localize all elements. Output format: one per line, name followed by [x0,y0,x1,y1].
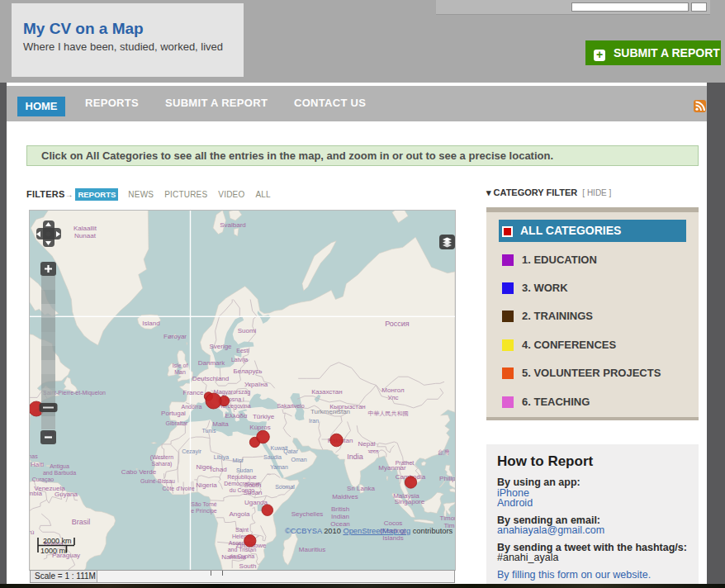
svg-text:Démocratique: Démocratique [224,481,260,487]
svg-text:Oman: Oman [291,457,306,462]
svg-text:Soomal: Soomal [275,484,295,490]
svg-text:Cabo Verde: Cabo Verde [121,468,157,476]
svg-text:Prathet: Prathet [396,460,415,466]
svg-text:Nepal: Nepal [358,440,376,448]
svg-text:rú: rú [30,529,35,536]
svg-text:and Barbuda: and Barbuda [43,470,76,476]
svg-text:Singapore: Singapore [395,498,425,505]
svg-text:Portugal: Portugal [161,410,186,417]
svg-text:Guiné-Bissau: Guiné-Bissau [140,478,175,484]
svg-text:Andorra: Andorra [182,404,202,410]
svg-text:and Tristan: and Tristan [228,547,257,552]
svg-text:Казахстан: Казахстан [311,388,343,396]
svg-text:Nigeria: Nigeria [196,481,217,489]
svg-text:Sahara): Sahara) [152,461,173,467]
svg-text:1000 mi: 1000 mi [40,547,67,555]
svg-text:Libiya: Libiya [214,454,229,461]
svg-text:Yaman: Yaman [270,464,288,470]
svg-text:台灣: 台灣 [438,449,449,456]
svg-text:Kuwait: Kuwait [270,445,287,451]
svg-text:Maldives: Maldives [332,493,358,500]
svg-text:India: India [347,453,363,461]
svg-text:Gibraltar: Gibraltar [166,420,189,426]
svg-text:Man: Man [174,369,186,375]
svg-text:Suomi: Suomi [238,327,257,334]
svg-text:Mauritius: Mauritius [299,546,325,553]
svg-text:Россия: Россия [385,320,410,328]
svg-text:Deutschland: Deutschland [192,375,229,382]
svg-text:Cocos: Cocos [384,519,403,527]
svg-text:British: British [331,505,349,513]
svg-text:Misr: Misr [232,458,244,463]
svg-text:Kalaallit: Kalaallit [73,225,97,232]
svg-text:Türkiye: Türkiye [253,413,275,420]
svg-text:Guyana: Guyana [54,491,78,498]
svg-text:Brasil: Brasil [72,518,91,526]
svg-text:Sakartvelo: Sakartvelo [277,403,304,409]
svg-text:République: République [227,474,257,481]
svg-text:Saint: Saint [235,527,249,533]
svg-text:Cezayir: Cezayir [182,448,201,455]
svg-text:Côte d'Ivoire: Côte d'Ivoire [162,486,194,491]
svg-text:Беларусь: Беларусь [234,368,263,375]
svg-text:2000 km: 2000 km [43,537,72,545]
svg-text:Ελλάδα: Ελλάδα [225,412,248,420]
svg-text:e Príncipe: e Príncipe [191,508,217,514]
svg-text:du Congo: du Congo [230,487,254,494]
svg-text:Timor-: Timor- [440,514,455,522]
svg-text:Malta: Malta [212,420,229,428]
svg-text:Antigua: Antigua [50,463,69,470]
svg-text:Haiti: Haiti [31,461,44,468]
svg-text:Kúpros: Kúpros [249,424,270,431]
svg-text:Seychelles: Seychelles [291,510,324,518]
svg-text:Saudia: Saudia [263,454,282,460]
svg-text:Nunaat: Nunaat [74,232,97,239]
svg-text:中華人民共和國: 中華人民共和國 [368,410,409,417]
svg-text:©CCBYSA 2010 OpenStreetMap.org: ©CCBYSA 2010 OpenStreetMap.org contribut… [285,527,453,535]
svg-text:Islands: Islands [382,534,403,542]
svg-text:Turkmenistan: Turkmenistan [310,408,350,415]
svg-text:South: South [239,562,257,570]
svg-text:São Tomé: São Tomé [191,501,216,507]
svg-text:Sverige: Sverige [209,343,232,350]
svg-text:Philippi: Philippi [439,475,455,482]
svg-text:Magyarország: Magyarország [214,389,250,396]
svg-text:Indian: Indian [331,513,349,520]
svg-text:Монгол: Монгол [381,386,405,394]
svg-text:Iran: Iran [309,418,319,424]
svg-text:Danmark: Danmark [198,359,225,367]
svg-text:Tchad: Tchad [209,466,226,473]
svg-text:Island: Island [142,320,159,327]
svg-text:Tunis: Tunis [202,428,216,434]
svg-text:ombia: ombia [30,490,42,497]
svg-text:Isle of: Isle of [173,363,188,368]
svg-text:Angola: Angola [230,510,250,518]
svg-text:Sri Lanka: Sri Lanka [347,485,375,492]
svg-text:Улс: Улс [387,394,398,401]
svg-text:भारत: भारत [368,448,380,454]
svg-text:Curaçao: Curaçao [32,477,54,483]
svg-text:France: France [183,389,204,396]
svg-text:Svalbard: Svalbard [220,221,246,229]
svg-text:Eesti: Eesti [236,348,249,353]
svg-text:Føroyar: Føroyar [163,333,187,340]
svg-text:Latvija: Latvija [231,357,248,363]
svg-text:da Cunha: da Cunha [230,553,254,559]
svg-text:Україна: Україна [244,381,268,388]
svg-text:(Western: (Western [150,454,173,461]
svg-text:Sudan: Sudan [236,467,253,473]
svg-text:nas: nas [30,453,38,459]
